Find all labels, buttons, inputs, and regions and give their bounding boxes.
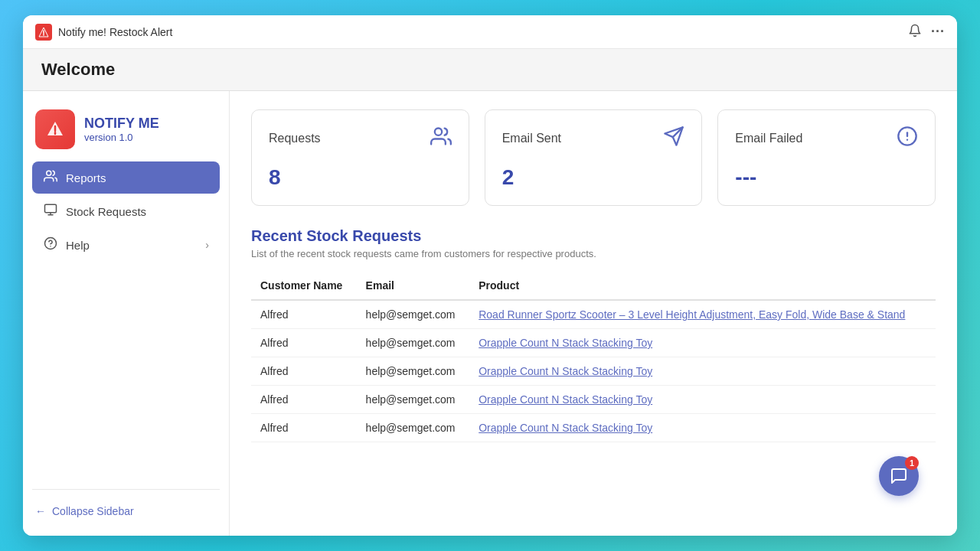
- stat-email-failed-icon: [897, 126, 918, 152]
- product-link: Orapple Count N Stack Stacking Toy: [479, 422, 652, 434]
- collapse-sidebar-button[interactable]: ← Collapse Sidebar: [32, 499, 220, 523]
- title-bar-left: Notify me! Restock Alert: [35, 24, 172, 41]
- logo-title: NOTIFY ME: [84, 116, 159, 132]
- cell-product[interactable]: Orapple Count N Stack Stacking Toy: [469, 329, 936, 357]
- stat-requests-icon: [430, 126, 452, 152]
- stat-requests-value: 8: [269, 165, 452, 190]
- svg-point-4: [435, 129, 442, 135]
- table-row: Alfred help@semget.com Orapple Count N S…: [251, 414, 936, 442]
- title-bar-actions: ···: [908, 24, 945, 41]
- logo-version: version 1.0: [84, 132, 159, 143]
- product-link: Orapple Count N Stack Stacking Toy: [479, 365, 652, 377]
- help-icon: [43, 236, 58, 253]
- app-window: Notify me! Restock Alert ··· Welcome: [23, 15, 957, 536]
- chat-button-container: 1: [906, 484, 946, 523]
- stat-requests-label: Requests: [269, 132, 321, 145]
- svg-point-0: [47, 171, 51, 175]
- logo-text: NOTIFY ME version 1.0: [84, 116, 159, 143]
- cell-customer: Alfred: [251, 329, 357, 357]
- reports-icon: [43, 169, 58, 186]
- cell-product[interactable]: Orapple Count N Stack Stacking Toy: [469, 414, 936, 442]
- col-email: Email: [357, 272, 470, 300]
- welcome-title: Welcome: [41, 60, 939, 80]
- requests-table: Customer Name Email Product Alfred help@…: [251, 272, 936, 442]
- stat-card-email-failed: Email Failed ---: [717, 109, 936, 206]
- product-link: Orapple Count N Stack Stacking Toy: [479, 337, 652, 349]
- cell-customer: Alfred: [251, 414, 357, 442]
- welcome-bar: Welcome: [23, 49, 957, 91]
- table-header-row: Customer Name Email Product: [251, 272, 936, 300]
- product-link: Road Runner Sportz Scooter – 3 Level Hei…: [479, 308, 905, 321]
- stat-email-sent-label: Email Sent: [502, 132, 561, 145]
- cell-product[interactable]: Road Runner Sportz Scooter – 3 Level Hei…: [469, 300, 936, 329]
- sidebar-item-help-label: Help: [66, 239, 90, 252]
- stat-email-sent-icon: [663, 126, 684, 152]
- cell-customer: Alfred: [251, 357, 357, 386]
- col-customer-name: Customer Name: [251, 272, 357, 300]
- arrow-left-icon: ←: [35, 505, 46, 517]
- product-link: Orapple Count N Stack Stacking Toy: [479, 393, 652, 406]
- stock-requests-icon: [43, 203, 58, 220]
- sidebar: NOTIFY ME version 1.0 Reports: [23, 91, 230, 536]
- sidebar-item-reports[interactable]: Reports: [32, 161, 220, 194]
- chat-button[interactable]: 1: [879, 456, 919, 496]
- stat-card-email-failed-header: Email Failed: [735, 126, 918, 152]
- chevron-right-icon: ›: [205, 239, 209, 251]
- stat-card-requests-header: Requests: [269, 126, 452, 152]
- app-icon: [35, 24, 52, 41]
- more-icon[interactable]: ···: [931, 24, 945, 40]
- sidebar-item-reports-label: Reports: [66, 171, 106, 184]
- stat-card-email-sent-header: Email Sent: [502, 126, 685, 152]
- main-area: NOTIFY ME version 1.0 Reports: [23, 91, 957, 536]
- chat-badge: 1: [905, 456, 919, 470]
- stat-email-failed-value: ---: [735, 165, 918, 190]
- sidebar-bottom: ← Collapse Sidebar: [32, 489, 220, 523]
- sidebar-item-stock-requests[interactable]: Stock Requests: [32, 195, 220, 227]
- cell-customer: Alfred: [251, 300, 357, 329]
- bell-icon[interactable]: [908, 24, 922, 41]
- logo-icon: [35, 109, 75, 149]
- cell-customer: Alfred: [251, 386, 357, 414]
- stat-card-email-sent: Email Sent 2: [485, 109, 703, 206]
- cell-product[interactable]: Orapple Count N Stack Stacking Toy: [469, 357, 936, 386]
- sidebar-logo: NOTIFY ME version 1.0: [32, 103, 220, 161]
- stats-row: Requests 8: [251, 109, 936, 206]
- section-title: Recent Stock Requests: [251, 227, 936, 245]
- stat-email-sent-value: 2: [502, 165, 685, 190]
- cell-product[interactable]: Orapple Count N Stack Stacking Toy: [469, 386, 936, 414]
- stat-email-failed-label: Email Failed: [735, 132, 802, 145]
- stat-card-requests: Requests 8: [251, 109, 469, 206]
- table-row: Alfred help@semget.com Road Runner Sport…: [251, 300, 936, 329]
- cell-email: help@semget.com: [357, 386, 470, 414]
- sidebar-item-help[interactable]: Help ›: [32, 229, 220, 261]
- cell-email: help@semget.com: [357, 300, 470, 329]
- cell-email: help@semget.com: [357, 414, 470, 442]
- table-row: Alfred help@semget.com Orapple Count N S…: [251, 329, 936, 357]
- table-row: Alfred help@semget.com Orapple Count N S…: [251, 386, 936, 414]
- app-title: Notify me! Restock Alert: [58, 26, 172, 38]
- cell-email: help@semget.com: [357, 329, 470, 357]
- title-bar: Notify me! Restock Alert ···: [23, 15, 957, 49]
- svg-rect-1: [45, 204, 57, 213]
- section-subtitle: List of the recent stock requests came f…: [251, 248, 936, 259]
- recent-requests-section: Recent Stock Requests List of the recent…: [251, 227, 936, 442]
- col-product: Product: [469, 272, 936, 300]
- collapse-label: Collapse Sidebar: [52, 505, 134, 517]
- table-row: Alfred help@semget.com Orapple Count N S…: [251, 357, 936, 386]
- main-content: Requests 8: [230, 91, 957, 536]
- cell-email: help@semget.com: [357, 357, 470, 386]
- sidebar-item-stock-label: Stock Requests: [66, 205, 146, 218]
